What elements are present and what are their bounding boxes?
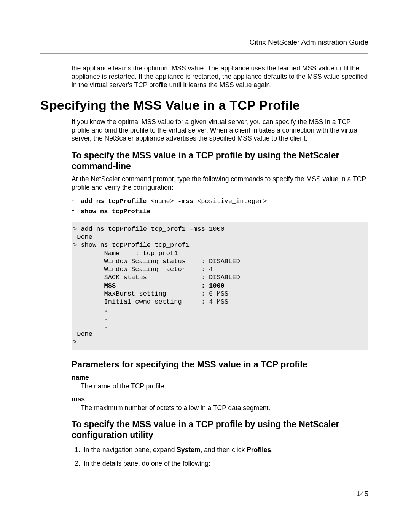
intro-paragraph: the appliance learns the optimum MSS val… xyxy=(72,64,368,89)
subsection-gui-heading: To specify the MSS value in a TCP profil… xyxy=(72,419,368,440)
subsection-cli-heading: To specify the MSS value in a TCP profil… xyxy=(72,150,368,171)
code-line: Initial cwnd setting : 4 MSS xyxy=(73,298,228,305)
cmd1-kw2: -mss xyxy=(178,198,193,205)
step-1: In the navigation pane, expand System, a… xyxy=(82,445,368,455)
param-name-1: name xyxy=(72,374,368,382)
cmd1-arg1: <name> xyxy=(147,198,178,205)
code-line: MaxBurst setting : 6 MSS xyxy=(73,290,228,297)
code-line: Window Scaling status : DISABLED xyxy=(73,258,240,265)
param-name-2: mss xyxy=(72,395,368,403)
section-heading: Specifying the MSS Value in a TCP Profil… xyxy=(40,98,368,113)
cmd2-kw: show ns tcpProfile xyxy=(81,208,151,215)
header-rule xyxy=(40,53,368,54)
code-example-block: > add ns tcpProfile tcp_prof1 –mss 1000 … xyxy=(72,222,368,350)
footer-rule xyxy=(40,487,368,487)
command-bullet-2: show ns tcpProfile xyxy=(72,207,368,217)
code-line: SACK status : DISABLED xyxy=(73,274,240,281)
page-content: Citrix NetScaler Administration Guide th… xyxy=(40,38,368,473)
code-line: > xyxy=(73,339,77,346)
command-bullet-1: add ns tcpProfile <name> -mss <positive_… xyxy=(72,197,368,206)
code-line: Done xyxy=(73,233,92,241)
step1-bold1: System xyxy=(177,446,200,454)
step1-bold2: Profiles xyxy=(247,446,271,454)
step-2: In the details pane, do one of the follo… xyxy=(82,459,368,468)
code-line: Name : tcp_prof1 xyxy=(73,250,178,257)
cli-intro-para: At the NetScaler command prompt, type th… xyxy=(72,175,368,192)
param-desc-1: The name of the TCP profile. xyxy=(81,382,368,391)
section-intro-para: If you know the optimal MSS value for a … xyxy=(72,118,368,143)
doc-header-title: Citrix NetScaler Administration Guide xyxy=(40,38,368,46)
code-line: . xyxy=(73,323,108,330)
param-desc-2: The maximum number of octets to allow in… xyxy=(81,404,368,412)
code-line: > add ns tcpProfile tcp_prof1 –mss 1000 xyxy=(73,225,225,233)
command-bullet-list: add ns tcpProfile <name> -mss <positive_… xyxy=(72,197,368,217)
subsection-params-heading: Parameters for specifying the MSS value … xyxy=(72,359,368,370)
code-line-bold: MSS : 1000 xyxy=(73,282,225,289)
steps-list: In the navigation pane, expand System, a… xyxy=(72,445,368,469)
step1-post: . xyxy=(271,446,273,454)
code-line: Done xyxy=(73,331,92,338)
code-line: > show ns tcpProfile tcp_prof1 xyxy=(73,241,190,249)
step1-pre: In the navigation pane, expand xyxy=(84,446,177,454)
step1-mid: , and then click xyxy=(201,446,247,454)
code-line: Window Scaling factor : 4 xyxy=(73,266,213,273)
section-body: If you know the optimal MSS value for a … xyxy=(72,118,368,469)
intro-paragraph-block: the appliance learns the optimum MSS val… xyxy=(72,64,368,89)
cmd1-kw: add ns tcpProfile xyxy=(81,198,147,205)
page-number: 145 xyxy=(356,490,368,498)
code-line: . xyxy=(73,306,108,313)
cmd1-arg2: <positive_integer> xyxy=(193,198,267,205)
code-line: . xyxy=(73,315,108,322)
